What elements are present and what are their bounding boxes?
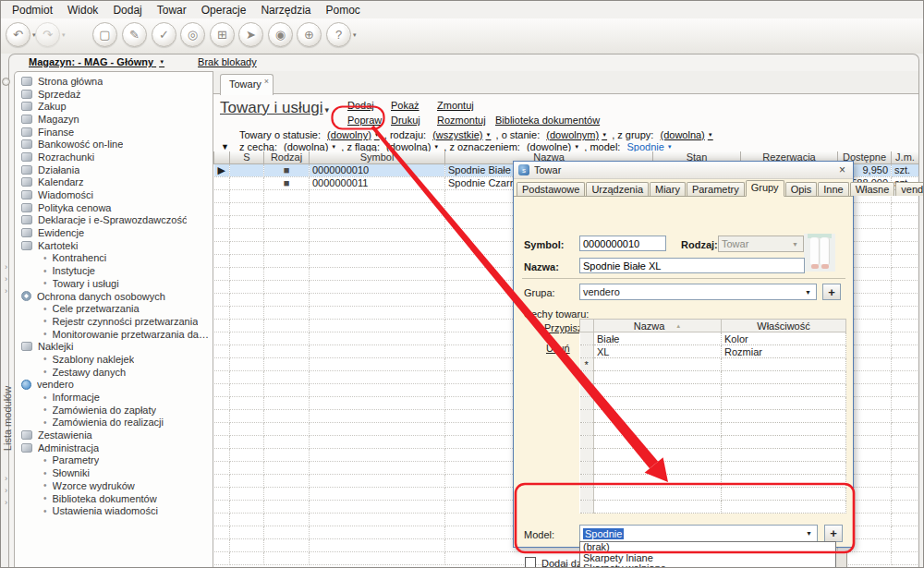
dialog-tab[interactable]: Własne — [850, 182, 895, 196]
col-rodzaj[interactable]: Rodzaj — [264, 151, 310, 163]
sidebar-item[interactable]: • Biblioteka dokumentów — [15, 492, 213, 505]
menu-item[interactable]: Dodaj — [105, 3, 149, 18]
sidebar-item[interactable]: • Parametry — [15, 454, 213, 467]
sidebar-item[interactable]: • Kalendarz — [15, 176, 213, 189]
check-icon[interactable]: ✓ — [152, 22, 176, 47]
dialog-tab[interactable]: Parametry — [687, 182, 745, 196]
chevron-right-icon[interactable]: › — [5, 474, 7, 483]
filter-grupa[interactable]: (dowolna)▼ — [660, 129, 712, 140]
new-document-icon[interactable]: ▢ — [92, 22, 117, 47]
add-model-button[interactable]: + — [824, 525, 843, 542]
sidebar-item[interactable]: • Sprzedaż — [15, 88, 213, 101]
help-icon[interactable]: ?▾ — [326, 22, 357, 47]
chevron-right-icon[interactable]: › — [5, 486, 7, 495]
chevron-right-icon[interactable]: › — [5, 274, 7, 284]
cechy-row[interactable]: XL Rozmiar — [580, 345, 846, 358]
filter-collapse-icon[interactable]: ▼ — [221, 142, 229, 151]
sidebar-item[interactable]: • Rozrachunki — [15, 151, 213, 163]
pin-icon[interactable] — [2, 78, 10, 86]
page-title[interactable]: Towary i usługi▾ — [220, 99, 329, 117]
sidebar-item[interactable]: • Słowniki — [15, 466, 213, 479]
globe-icon[interactable]: ⊕ — [297, 22, 322, 47]
sidebar-item[interactable]: • vendero — [15, 379, 213, 392]
sidebar-item[interactable]: • Rejestr czynności przetwarzania — [15, 315, 213, 328]
sidebar-item[interactable]: • Wiadomości — [15, 188, 213, 201]
sidebar-item[interactable]: • Magazyn — [15, 113, 213, 126]
filter-rodzaj[interactable]: (wszystkie)▼ — [432, 129, 491, 140]
dialog-tab[interactable]: vendero — [895, 182, 924, 196]
sidebar-item[interactable]: • Administracja — [15, 441, 213, 454]
col-symbol[interactable]: Symbol — [310, 151, 445, 163]
sidebar-item[interactable]: • Cele przetwarzania — [15, 302, 213, 315]
menu-item[interactable]: Pomoc — [318, 3, 367, 18]
cechy-row-empty[interactable] — [580, 462, 846, 475]
sidebar-item[interactable]: • Towary i usługi — [15, 277, 213, 290]
cechy-row-empty[interactable] — [580, 436, 846, 449]
chevron-right-icon[interactable]: › — [5, 286, 7, 296]
menu-item[interactable]: Podmiot — [5, 3, 60, 18]
dialog-tab[interactable]: Inne — [818, 182, 848, 196]
sidebar-item[interactable]: • Kontrahenci — [15, 252, 213, 265]
chevron-right-icon[interactable]: › — [5, 262, 7, 272]
add-group-button[interactable]: + — [822, 284, 841, 300]
sidebar-item[interactable]: • Wzorce wydruków — [15, 479, 213, 492]
sidebar-item[interactable]: • Zamówienia do realizacji — [15, 417, 213, 429]
dialog-titlebar[interactable]: s Towar × — [514, 162, 853, 179]
warehouse-selector[interactable]: Magazyn: - MAG - Główny ▼ — [29, 56, 164, 71]
stamp-icon[interactable]: ◉ — [268, 22, 293, 47]
menu-item[interactable]: Widok — [60, 3, 105, 18]
cechy-row-empty[interactable] — [580, 410, 846, 423]
action-add[interactable]: Dodaj — [347, 100, 374, 111]
cechy-row-empty[interactable] — [580, 501, 846, 514]
cechy-col-nazwa[interactable]: Nazwa▲ — [594, 320, 722, 332]
sidebar-item[interactable]: • Informacje — [15, 391, 213, 404]
product-photo[interactable] — [804, 234, 835, 272]
action-assemble[interactable]: Zmontuj — [437, 100, 474, 111]
filter-stan[interactable]: (dowolnym)▼ — [546, 129, 607, 140]
action-library[interactable]: Biblioteka dokumentów — [495, 115, 600, 126]
cechy-row-empty[interactable] — [580, 371, 846, 384]
print-icon[interactable]: ⊞ — [210, 22, 235, 47]
sidebar-item[interactable]: • Zestawienia — [15, 429, 213, 441]
cechy-row-empty[interactable] — [580, 397, 846, 410]
col-jm[interactable]: J.m. — [892, 151, 919, 163]
remove-link[interactable]: Usuń — [546, 343, 570, 354]
sidebar-item[interactable]: • Deklaracje i e-Sprawozdawczość — [15, 214, 213, 227]
sidebar-item[interactable]: • Finanse — [15, 126, 213, 139]
dialog-tab[interactable]: Urządzenia — [586, 182, 649, 196]
dialog-tab[interactable]: Miary — [650, 182, 686, 196]
close-icon[interactable]: × — [264, 77, 269, 86]
sidebar-item[interactable]: • Działania — [15, 163, 213, 176]
symbol-field[interactable] — [579, 236, 666, 251]
sidebar-item[interactable]: • Strona główna — [15, 75, 213, 88]
cechy-col-wlasciwosc[interactable]: Właściwość — [722, 320, 846, 332]
filter-status[interactable]: (dowolny)▼ — [327, 129, 380, 140]
action-print[interactable]: Drukuj — [391, 115, 420, 126]
sidebar-item[interactable]: • Naklejki — [15, 340, 213, 353]
cechy-row-empty[interactable] — [580, 488, 846, 501]
sidebar-item[interactable]: • Monitorowanie przetwarzania danych — [15, 328, 213, 341]
dialog-tab[interactable]: Grupy — [746, 180, 784, 197]
model-option[interactable]: Skarpety wełniane — [580, 563, 835, 568]
edit-icon[interactable]: ✎ — [122, 22, 147, 47]
cechy-new-row[interactable]: * — [580, 358, 846, 371]
send-icon[interactable]: ➤ — [238, 22, 263, 47]
sidebar-item[interactable]: • Bankowość on-line — [15, 138, 213, 151]
close-icon[interactable]: × — [839, 163, 845, 176]
assign-link[interactable]: Przypisz — [544, 322, 583, 333]
grupa-select[interactable]: vendero ▼ — [579, 284, 817, 300]
sidebar-item[interactable]: • Zamówienia do zapłaty — [15, 404, 213, 417]
forward-icon[interactable]: ↷▾ — [35, 22, 66, 47]
sidebar-item[interactable]: • Instytucje — [15, 264, 213, 277]
menu-item[interactable]: Narzędzia — [253, 3, 318, 18]
action-disassemble[interactable]: Rozmontuj — [437, 115, 486, 126]
cechy-row-empty[interactable] — [580, 384, 846, 397]
cechy-row[interactable]: Białe Kolor — [580, 332, 846, 345]
sidebar-item[interactable]: • Ustawienia wiadomości — [15, 504, 213, 517]
cechy-row-empty[interactable] — [580, 423, 846, 436]
sidebar-item[interactable]: • Zestawy danych — [15, 366, 213, 379]
action-edit[interactable]: Popraw — [347, 115, 382, 126]
tab-towary[interactable]: Towary × — [220, 74, 274, 95]
cechy-row-empty[interactable] — [580, 475, 846, 488]
sidebar-item[interactable]: • Zakup — [15, 100, 213, 113]
